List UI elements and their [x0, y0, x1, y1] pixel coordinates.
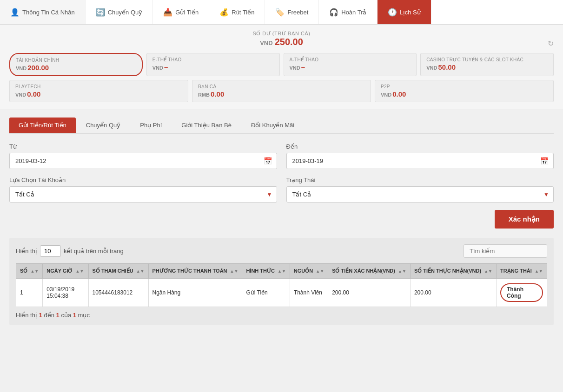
- balance-section: SỐ DƯ (TRỪ BẠN CÁ) VND250.00 ↻ TÀI KHOẢN…: [0, 25, 563, 110]
- sort-phuong-thuc-icon[interactable]: ▲▼: [230, 269, 238, 274]
- form-to-group: Đến 📅: [286, 143, 554, 169]
- cell-so: 1: [16, 279, 43, 307]
- sort-hinh-thuc-icon[interactable]: ▲▼: [278, 269, 286, 274]
- nav-chuyen-quy[interactable]: 🔄 Chuyển Quỹ: [86, 0, 153, 24]
- form-from-input[interactable]: [9, 153, 277, 169]
- col-thuc-nhan: SỐ TIỀN THỰC NHẬN(VND) ▲▼: [410, 264, 496, 279]
- table-row: 1 03/19/2019 15:04:38 1054446183012 Ngân…: [16, 279, 547, 307]
- cell-ngay-gio: 03/19/2019 15:04:38: [43, 279, 88, 307]
- cashback-icon: 🎧: [329, 8, 338, 17]
- tab-chuyen-quy[interactable]: Chuyển Quỹ: [77, 118, 130, 133]
- form-to-label: Đến: [286, 143, 554, 150]
- balance-card-p2p: P2P VND0.00: [375, 80, 554, 102]
- tab-doi-khuyen[interactable]: Đổi Khuyến Mãi: [242, 118, 304, 133]
- cell-trang-thai: Thành Công: [496, 279, 547, 307]
- sort-so-icon[interactable]: ▲▼: [30, 269, 39, 274]
- balance-total-label: SỐ DƯ (TRỪ BẠN CÁ): [9, 31, 554, 37]
- tab-phu-phi[interactable]: Phụ Phí: [131, 118, 171, 133]
- nav-gui-tien[interactable]: 📥 Gửi Tiền: [153, 0, 209, 24]
- nav-gui-tien-label: Gửi Tiền: [175, 9, 199, 16]
- nav-rut-tien-label: Rút Tiền: [232, 9, 254, 16]
- tab-gioi-thieu[interactable]: Giới Thiệu Bạn Bè: [172, 118, 241, 133]
- card-label-tai-khoan: TÀI KHOẢN CHÍNH: [16, 58, 136, 63]
- balance-total: SỐ DƯ (TRỪ BẠN CÁ) VND250.00: [9, 31, 554, 47]
- col-hinh-thuc: HÌNH THỨC ▲▼: [242, 264, 290, 279]
- top-navigation: 👤 Thông Tin Cá Nhân 🔄 Chuyển Quỹ 📥 Gửi T…: [0, 0, 563, 25]
- per-page-suffix: kết quả trên mỗi trang: [64, 248, 124, 255]
- card-label-playtech: PLAYTECH: [15, 84, 182, 89]
- balance-card-ban-ca: BẠN CÁ RMB0.00: [192, 80, 371, 102]
- card-label-ban-ca: BẠN CÁ: [198, 84, 365, 89]
- col-so: SỐ ▲▼: [16, 264, 43, 279]
- cell-hinh-thuc: Gửi Tiền: [242, 279, 290, 307]
- nav-hoan-tra-label: Hoàn Trả: [341, 9, 366, 16]
- table-body: 1 03/19/2019 15:04:38 1054446183012 Ngân…: [16, 279, 547, 307]
- deposit-icon: 📥: [163, 8, 172, 17]
- card-amount-e-the-thao: VND–: [152, 63, 274, 71]
- sort-thuc-nhan-icon[interactable]: ▲▼: [484, 269, 492, 274]
- col-xac-nhan: SỐ TIỀN XÁC NHẬN(VND) ▲▼: [328, 264, 411, 279]
- form-account-wrapper: Tất Cả ▼: [9, 186, 277, 203]
- col-phuong-thuc: PHƯƠNG THỨC THANH TOÁN ▲▼: [148, 264, 242, 279]
- col-trang-thai: TRẠNG THÁI ▲▼: [496, 264, 547, 279]
- form-account-group: Lựa Chọn Tài Khoản Tất Cả ▼: [9, 176, 277, 203]
- cell-phuong-thuc: Ngân Hàng: [148, 279, 242, 307]
- form-from-label: Từ: [9, 143, 277, 150]
- nav-thong-tin-label: Thông Tin Cá Nhân: [22, 9, 75, 16]
- cell-so-tien-thuc-nhan: 200.00: [410, 279, 496, 307]
- card-amount-tai-khoan: VND200.00: [16, 64, 136, 72]
- nav-freebet[interactable]: 🏷️ Freebet: [265, 0, 319, 24]
- table-header: SỐ ▲▼ NGÀY GIỜ ▲▼ SỐ THAM CHIẾU ▲▼ PHƯƠN…: [16, 264, 547, 279]
- nav-lich-su-label: Lịch Sử: [400, 9, 421, 16]
- tab-gui-rut[interactable]: Gửi Tiền/Rút Tiền: [9, 118, 76, 133]
- balance-card-a-the-thao: A-THỂ THAO VND–: [284, 53, 417, 76]
- history-table: SỐ ▲▼ NGÀY GIỜ ▲▼ SỐ THAM CHIẾU ▲▼ PHƯƠN…: [16, 263, 547, 307]
- form-from-wrapper: 📅: [9, 153, 277, 169]
- cell-so-tham-chieu: 1054446183012: [88, 279, 148, 307]
- balance-card-casino: CASINO TRỰC TUYẾN & CÁC SLOT KHÁC VND50.…: [420, 53, 554, 76]
- status-badge: Thành Công: [500, 283, 543, 302]
- form-to-wrapper: 📅: [286, 153, 554, 169]
- nav-freebet-label: Freebet: [287, 9, 308, 16]
- sort-nguon-icon[interactable]: ▲▼: [316, 269, 324, 274]
- card-amount-playtech: VND0.00: [15, 90, 182, 98]
- card-amount-casino: VND50.00: [426, 63, 548, 71]
- table-footer: Hiển thị 1 đến 1 của 1 mục: [16, 312, 547, 319]
- nav-rut-tien[interactable]: 💰 Rút Tiền: [209, 0, 265, 24]
- cell-so-tien-xac-nhan: 200.00: [328, 279, 411, 307]
- form-to-input[interactable]: [286, 153, 554, 169]
- form-status-label: Trạng Thái: [286, 176, 554, 183]
- form-account-label: Lựa Chọn Tài Khoản: [9, 176, 277, 183]
- card-amount-ban-ca: RMB0.00: [198, 90, 365, 98]
- card-label-p2p: P2P: [381, 84, 548, 89]
- card-amount-p2p: VND0.00: [381, 90, 548, 98]
- nav-hoan-tra[interactable]: 🎧 Hoàn Trả: [319, 0, 377, 24]
- balance-grid-bottom: PLAYTECH VND0.00 BẠN CÁ RMB0.00 P2P VND0…: [9, 80, 554, 102]
- balance-total-amount: VND250.00: [9, 37, 554, 47]
- col-ngay-gio: NGÀY GIỜ ▲▼: [43, 264, 88, 279]
- table-search-input[interactable]: [464, 244, 547, 258]
- form-status-group: Trạng Thái Tất Cả ▼: [286, 176, 554, 203]
- col-so-tham-chieu: SỐ THAM CHIẾU ▲▼: [88, 264, 148, 279]
- sort-xac-nhan-icon[interactable]: ▲▼: [398, 269, 406, 274]
- refresh-icon[interactable]: ↻: [548, 39, 554, 48]
- card-label-casino: CASINO TRỰC TUYẾN & CÁC SLOT KHÁC: [426, 57, 548, 62]
- sort-trang-thai-icon[interactable]: ▲▼: [535, 269, 543, 274]
- card-label-a-the-thao: A-THỂ THAO: [290, 57, 411, 62]
- card-amount-a-the-thao: VND–: [290, 63, 411, 71]
- form-status-wrapper: Tất Cả ▼: [286, 186, 554, 203]
- balance-grid-top: TÀI KHOẢN CHÍNH VND200.00 E-THỂ THAO VND…: [9, 53, 554, 76]
- show-text: Hiển thị: [16, 248, 37, 255]
- nav-lich-su[interactable]: 🕐 Lịch Sử: [378, 0, 431, 24]
- cell-nguon: Thành Viên: [290, 279, 328, 307]
- confirm-button[interactable]: Xác nhận: [495, 210, 554, 229]
- form-status-select[interactable]: Tất Cả: [286, 186, 554, 203]
- nav-thong-tin[interactable]: 👤 Thông Tin Cá Nhân: [0, 0, 86, 24]
- table-section: Hiển thị 10 25 50 kết quả trên mỗi trang…: [9, 238, 554, 325]
- page-size-select[interactable]: 10 25 50: [40, 245, 61, 257]
- main-content: Gửi Tiền/Rút Tiền Chuyển Quỹ Phụ Phí Giớ…: [0, 110, 563, 333]
- sort-ngay-icon[interactable]: ▲▼: [76, 269, 84, 274]
- form-from-group: Từ 📅: [9, 143, 277, 169]
- form-account-select[interactable]: Tất Cả: [9, 186, 277, 203]
- sort-tham-chieu-icon[interactable]: ▲▼: [136, 269, 145, 274]
